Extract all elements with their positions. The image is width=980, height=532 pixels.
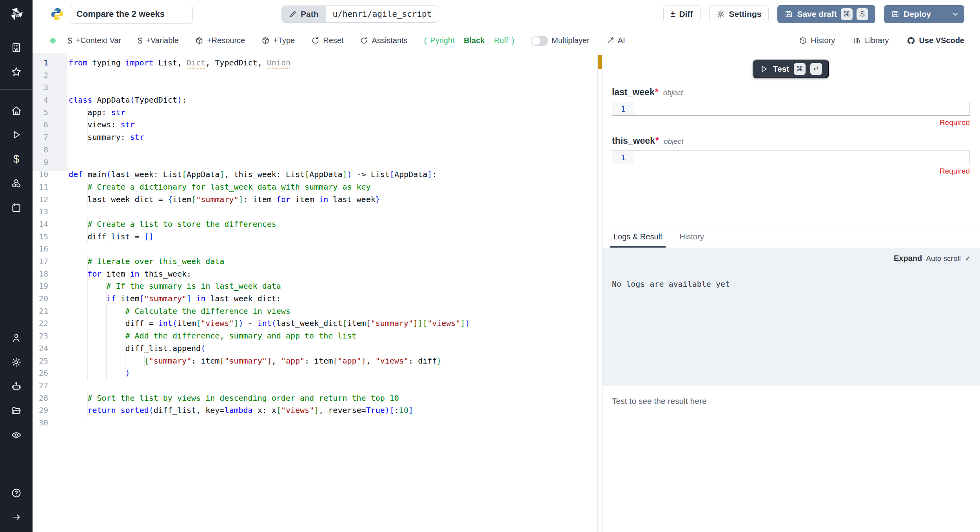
code-line[interactable]: 18 for item in this_week: — [33, 268, 593, 280]
diff-button[interactable]: ± Diff — [663, 5, 701, 23]
code-line[interactable]: 27 — [33, 380, 593, 392]
expand-button[interactable]: Expand — [894, 254, 922, 263]
runs-play-icon[interactable] — [8, 126, 25, 143]
use-vscode-button[interactable]: Use VScode — [907, 36, 964, 45]
code-line-content[interactable]: ) — [69, 367, 130, 380]
code-line-content[interactable]: views: str — [69, 119, 135, 131]
code-line-content[interactable]: # Iterate over this_week data — [69, 255, 224, 268]
editor-scrollbar-track[interactable] — [593, 53, 597, 532]
code-line[interactable]: 1from typing import List, Dict, TypedDic… — [33, 57, 593, 69]
multiplayer-toggle[interactable] — [531, 36, 548, 46]
code-line-content[interactable]: class AppData(TypedDict): — [69, 94, 187, 107]
code-line[interactable]: 29 return sorted(diff_list, key=lambda x… — [33, 404, 593, 417]
code-line[interactable]: 20 if item["summary"] in last_week_dict: — [33, 293, 593, 305]
code-line-content[interactable]: last_week_dict = {item["summary"]: item … — [69, 194, 380, 206]
code-line[interactable]: 5 app: str — [33, 107, 593, 119]
code-line[interactable]: 25 {"summary": item["summary"], "app": i… — [33, 355, 593, 367]
code-line-content[interactable]: app: str — [69, 107, 125, 119]
code-line[interactable]: 28 # Sort the list by views in descendin… — [33, 392, 593, 405]
code-line[interactable]: 26 ) — [33, 367, 593, 380]
path-edit-button[interactable]: Path — [282, 6, 326, 22]
resources-boxes-icon[interactable] — [8, 175, 25, 192]
code-line[interactable]: 9 — [33, 156, 593, 169]
add-type-button[interactable]: +Type — [261, 36, 295, 45]
settings-button[interactable]: Settings — [709, 5, 769, 23]
code-line-content[interactable]: # Sort the list by views in descending o… — [69, 392, 399, 405]
home-icon[interactable] — [8, 102, 25, 119]
add-variable-button[interactable]: $ +Variable — [138, 36, 179, 46]
add-context-var-button[interactable]: $ +Context Var — [67, 36, 121, 46]
windmill-logo-icon[interactable] — [8, 5, 25, 24]
folders-icon[interactable] — [8, 402, 25, 419]
help-icon[interactable] — [8, 484, 25, 501]
code-line-content[interactable]: for item in this_week: — [69, 268, 191, 280]
code-line-content[interactable]: # Create a dictionary for last_week data… — [69, 181, 371, 194]
code-line-content[interactable]: # Create a list to store the differences — [69, 218, 276, 231]
lint-status[interactable]: (Pyright Black Ruff) — [424, 36, 514, 45]
code-line[interactable]: 30 — [33, 417, 593, 429]
code-line[interactable]: 2 — [33, 69, 593, 82]
code-line[interactable]: 6 views: str — [33, 119, 593, 131]
code-line[interactable]: 22 diff = int(item["views"]) - int(last_… — [33, 317, 593, 330]
deploy-button[interactable]: Deploy — [884, 5, 964, 23]
code-line[interactable]: 15 diff_list = [] — [33, 231, 593, 243]
line-number: 27 — [33, 380, 48, 392]
required-label: Required — [612, 167, 970, 176]
variables-dollar-icon[interactable]: $ — [8, 150, 25, 168]
code-line[interactable]: 24 diff_list.append( — [33, 342, 593, 355]
code-line[interactable]: 19 # If the summary is in last_week data — [33, 280, 593, 293]
assistants-button[interactable]: Assistants — [360, 36, 407, 45]
code-line[interactable]: 11 # Create a dictionary for last_week d… — [33, 181, 593, 194]
path-chip[interactable]: Path u/henri/agile_script — [281, 5, 439, 23]
script-title-input[interactable]: Compare the 2 weeks — [70, 5, 193, 24]
panel-splitter[interactable] — [597, 53, 603, 532]
save-draft-button[interactable]: Save draft ⌘ S — [777, 5, 875, 23]
code-line[interactable]: 7 summary: str — [33, 131, 593, 144]
audit-eye-icon[interactable] — [8, 426, 25, 443]
workspace-building-icon[interactable] — [8, 39, 25, 56]
favorites-star-icon[interactable] — [8, 63, 25, 80]
code-line-content[interactable]: # If the summary is in last_week data — [69, 280, 281, 293]
code-line-content[interactable]: from typing import List, Dict, TypedDict… — [69, 57, 290, 69]
code-line[interactable]: 14 # Create a list to store the differen… — [33, 218, 593, 231]
arg-input-this-week[interactable]: 1 — [612, 150, 970, 164]
workers-robot-icon[interactable] — [8, 378, 25, 395]
code-line-content[interactable]: diff_list.append( — [69, 342, 205, 355]
library-button[interactable]: Library — [853, 36, 889, 45]
code-line[interactable]: 8 — [33, 144, 593, 156]
code-line[interactable]: 16 — [33, 243, 593, 255]
code-line[interactable]: 13 — [33, 206, 593, 218]
collapse-arrow-right-icon[interactable] — [8, 508, 25, 526]
code-line-content[interactable]: # Calculate the difference in views — [69, 305, 290, 318]
test-button[interactable]: Test ⌘ ↵ — [753, 60, 829, 78]
ai-button[interactable]: AI — [606, 36, 625, 45]
history-button[interactable]: History — [799, 36, 835, 45]
code-line[interactable]: 4class AppData(TypedDict): — [33, 94, 593, 107]
tab-history[interactable]: History — [677, 226, 707, 248]
users-person-icon[interactable] — [8, 329, 25, 346]
schedules-calendar-icon[interactable] — [8, 199, 25, 216]
code-line[interactable]: 10def main(last_week: List[AppData], thi… — [33, 168, 593, 181]
code-editor[interactable]: 1from typing import List, Dict, TypedDic… — [33, 53, 593, 532]
code-line-content[interactable]: {"summary": item["summary"], "app": item… — [69, 355, 441, 367]
required-asterisk: * — [655, 87, 659, 98]
arg-input-last-week[interactable]: 1 — [612, 102, 970, 116]
add-resource-button[interactable]: +Resource — [195, 36, 245, 45]
code-line[interactable]: 12 last_week_dict = {item["summary"]: it… — [33, 194, 593, 206]
code-line-content[interactable]: diff_list = [] — [69, 231, 154, 243]
code-line[interactable]: 21 # Calculate the difference in views — [33, 305, 593, 318]
deploy-dropdown-button[interactable] — [946, 10, 964, 18]
tab-logs-result[interactable]: Logs & Result — [610, 226, 666, 248]
code-line-content[interactable]: # Add the difference, summary and app to… — [69, 330, 357, 342]
autoscroll-toggle[interactable]: Auto scroll — [926, 254, 961, 263]
code-line-content[interactable]: if item["summary"] in last_week_dict: — [69, 293, 281, 305]
reset-button[interactable]: Reset — [311, 36, 343, 45]
code-line-content[interactable]: def main(last_week: List[AppData], this_… — [69, 168, 437, 181]
code-line[interactable]: 23 # Add the difference, summary and app… — [33, 330, 593, 342]
settings-gear-icon[interactable] — [8, 353, 25, 371]
code-line[interactable]: 17 # Iterate over this_week data — [33, 255, 593, 268]
code-line[interactable]: 3 — [33, 81, 593, 94]
code-line-content[interactable]: diff = int(item["views"]) - int(last_wee… — [69, 317, 470, 330]
code-line-content[interactable]: return sorted(diff_list, key=lambda x: x… — [69, 404, 413, 417]
code-line-content[interactable]: summary: str — [69, 131, 144, 144]
